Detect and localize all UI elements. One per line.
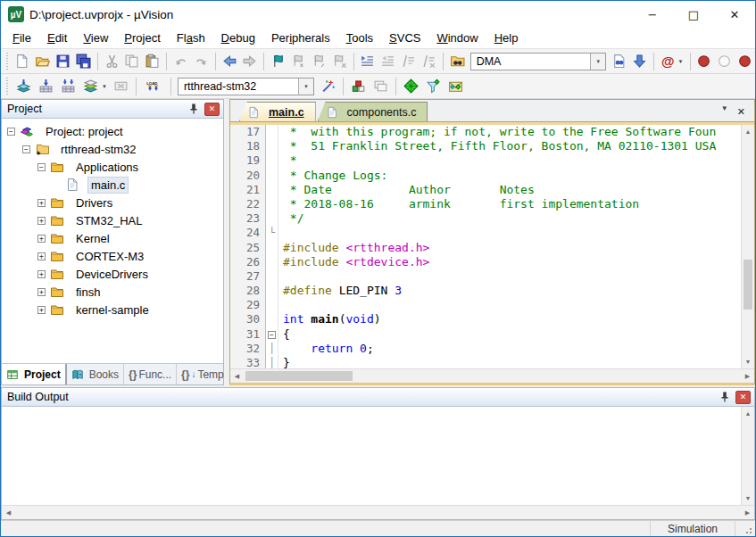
scroll-right-icon[interactable]: ▶ — [741, 506, 754, 519]
project-panel-close-icon[interactable]: ✕ — [204, 103, 220, 116]
pack-installer-button[interactable] — [445, 76, 466, 96]
menu-svcs[interactable]: SVCS — [381, 29, 428, 47]
menu-edit[interactable]: Edit — [39, 29, 75, 47]
rebuild-button[interactable] — [58, 76, 79, 96]
toggle-bookmark-button[interactable] — [269, 51, 287, 71]
menu-peripherals[interactable]: Peripherals — [263, 29, 338, 47]
tree-item-main-c[interactable]: main.c — [2, 176, 223, 194]
tree-item-drivers[interactable]: +Drivers — [2, 194, 223, 211]
target-select-combo[interactable]: rtthread-stm32▼ — [178, 78, 314, 95]
scroll-right-icon[interactable]: ▶ — [741, 369, 754, 383]
find-in-files-button[interactable] — [610, 51, 628, 71]
resize-grip[interactable] — [735, 521, 755, 536]
tree-item-stm32-hal[interactable]: +STM32_HAL — [2, 211, 223, 229]
batch-build-button[interactable] — [80, 76, 101, 96]
menu-debug[interactable]: Debug — [213, 29, 263, 47]
editor-tab-components-c[interactable]: components.c — [318, 102, 428, 121]
editor-vertical-scrollbar[interactable]: ▲ ▼ — [741, 125, 754, 368]
menu-project[interactable]: Project — [116, 29, 168, 47]
line-number[interactable]: 18 — [230, 139, 266, 153]
collapse-icon[interactable]: − — [7, 128, 15, 136]
line-number[interactable]: 24 — [230, 226, 266, 240]
close-document-icon[interactable]: ✕ — [737, 106, 745, 118]
line-number[interactable]: 20 — [230, 169, 266, 183]
menu-window[interactable]: Window — [428, 29, 486, 47]
build-output-content[interactable] — [2, 407, 741, 505]
menu-view[interactable]: View — [75, 29, 116, 47]
build-button[interactable] — [36, 76, 56, 96]
tree-item-cortex-m3[interactable]: +CORTEX-M3 — [2, 247, 223, 265]
scroll-down-icon[interactable]: ▼ — [742, 492, 754, 505]
line-number[interactable]: 31 — [230, 327, 266, 342]
fold-collapse-icon[interactable]: − — [266, 327, 278, 342]
menu-file[interactable]: File — [4, 29, 39, 47]
expand-icon[interactable]: + — [37, 252, 46, 260]
tree-item-rtthread-stm32[interactable]: −rtthread-stm32 — [2, 140, 223, 158]
chevron-down-icon[interactable]: ▼ — [298, 78, 313, 95]
panel-tab-functions[interactable]: {}Func... — [124, 364, 177, 384]
find-text-combo[interactable]: DMA▼ — [470, 53, 606, 70]
menu-flash[interactable]: Flash — [169, 29, 213, 47]
toolbar-gripper[interactable] — [4, 78, 11, 95]
maximize-button[interactable]: □ — [673, 1, 714, 28]
scroll-up-icon[interactable]: ▲ — [742, 407, 754, 420]
build-output-horizontal-scrollbar[interactable]: ◀ ▶ — [2, 505, 754, 519]
expand-icon[interactable]: + — [37, 235, 46, 243]
expand-icon[interactable]: + — [37, 306, 46, 314]
tree-item-project-root[interactable]: −Project: project — [2, 122, 223, 140]
editor-horizontal-scrollbar[interactable]: ◀ ▶ — [230, 368, 754, 383]
menu-help[interactable]: Help — [486, 29, 527, 47]
insert-remove-breakpoint-button[interactable] — [694, 51, 713, 71]
scroll-left-icon[interactable]: ◀ — [2, 506, 15, 519]
enable-disable-breakpoint-button[interactable] — [715, 51, 734, 71]
select-packs-button[interactable] — [423, 76, 444, 96]
quick-find-button[interactable]: @ — [659, 51, 677, 71]
build-output-close-icon[interactable]: ✕ — [735, 391, 751, 404]
manage-rte-button[interactable] — [401, 76, 421, 96]
collapse-icon[interactable]: − — [37, 163, 46, 171]
panel-tab-books[interactable]: ?Books — [67, 364, 124, 384]
line-number[interactable]: 21 — [230, 183, 266, 197]
incremental-find-button[interactable] — [630, 51, 649, 71]
close-button[interactable]: ✕ — [714, 1, 755, 28]
line-number[interactable]: 26 — [230, 255, 266, 269]
translate-file-button[interactable] — [13, 76, 34, 96]
line-number[interactable]: 33 — [230, 356, 266, 368]
options-for-target-button[interactable] — [318, 76, 338, 96]
manage-project-items-button[interactable] — [348, 76, 369, 96]
document-list-icon[interactable]: ▼ — [721, 104, 728, 112]
dropdown-caret-icon[interactable]: ▼ — [678, 59, 684, 64]
save-all-button[interactable] — [74, 51, 93, 71]
minimize-button[interactable]: − — [632, 1, 673, 28]
chevron-down-icon[interactable]: ▼ — [590, 54, 605, 70]
line-number[interactable]: 19 — [230, 153, 266, 168]
tree-item-devicedrivers[interactable]: +DeviceDrivers — [2, 265, 223, 283]
pin-icon[interactable] — [187, 102, 201, 116]
scroll-up-icon[interactable]: ▲ — [742, 125, 754, 138]
line-number[interactable]: 25 — [230, 241, 266, 255]
paste-button[interactable] — [143, 51, 162, 71]
expand-icon[interactable]: + — [37, 270, 46, 278]
scroll-left-icon[interactable]: ◀ — [230, 369, 244, 383]
search-in-files-button[interactable] — [448, 51, 467, 71]
editor-tab-main-c[interactable]: main.c — [239, 102, 316, 121]
line-number[interactable]: 17 — [230, 125, 266, 139]
expand-icon[interactable]: + — [37, 217, 46, 225]
tree-item-kernel[interactable]: +Kernel — [2, 229, 223, 247]
expand-icon[interactable]: + — [37, 288, 46, 296]
line-number[interactable]: 29 — [230, 298, 266, 312]
pin-icon[interactable] — [718, 390, 732, 404]
collapse-icon[interactable]: − — [22, 145, 30, 153]
tree-item-applications[interactable]: −Applications — [2, 158, 223, 176]
line-number[interactable]: 22 — [230, 197, 266, 211]
line-number[interactable]: 27 — [230, 269, 266, 284]
dropdown-caret-icon[interactable]: ▼ — [102, 84, 107, 89]
code-editor[interactable]: 17 * with this program; if not, write to… — [230, 125, 741, 368]
line-number[interactable]: 23 — [230, 211, 266, 226]
new-file-button[interactable] — [12, 51, 31, 71]
indent-button[interactable] — [359, 51, 378, 71]
menu-tools[interactable]: Tools — [338, 29, 381, 47]
download-load-button[interactable]: LOAD — [141, 76, 166, 96]
build-output-vertical-scrollbar[interactable]: ▲ ▼ — [741, 407, 754, 505]
line-number[interactable]: 32 — [230, 342, 266, 356]
